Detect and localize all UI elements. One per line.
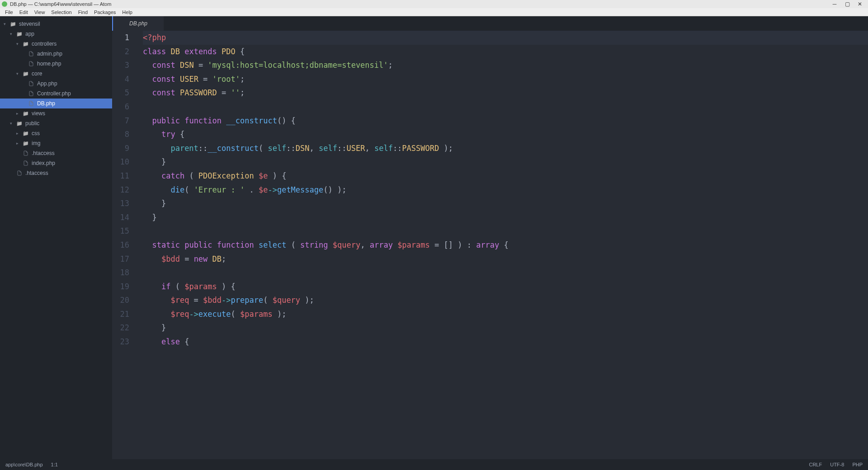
tree-toggle-icon[interactable]: ▾ [10, 121, 15, 126]
code-line[interactable]: else { [143, 335, 868, 349]
code-line[interactable] [143, 224, 868, 238]
tree-toggle-icon[interactable]: ▸ [16, 141, 22, 146]
status-cursor-pos[interactable]: 1:1 [51, 462, 58, 467]
code-line[interactable]: } [143, 197, 868, 211]
line-gutter: 1234567891011121314151617181920212223 [112, 31, 135, 459]
code-line[interactable]: parent::__construct( self::DSN, self::US… [143, 141, 868, 155]
file-icon [28, 61, 34, 67]
code-line[interactable]: } [143, 321, 868, 335]
tree-item-label: index.php [32, 160, 55, 166]
tree-item--htaccess[interactable]: .htaccess [0, 168, 112, 178]
file-icon [28, 51, 34, 57]
menu-help[interactable]: Help [119, 9, 136, 15]
status-filepath[interactable]: app\core\DB.php [5, 462, 43, 467]
tree-item-views[interactable]: ▸views [0, 108, 112, 118]
file-icon [28, 90, 34, 97]
file-icon [23, 150, 29, 156]
code-line[interactable] [143, 266, 868, 280]
code-line[interactable]: const PASSWORD = ''; [143, 86, 868, 100]
code-line[interactable]: } [143, 211, 868, 225]
line-number: 9 [112, 141, 129, 155]
line-number: 16 [112, 238, 129, 252]
menu-view[interactable]: View [31, 9, 48, 15]
tab-db-php[interactable]: DB.php [112, 16, 164, 31]
folder-icon [23, 140, 29, 146]
line-number: 1 [112, 31, 129, 45]
code-line[interactable]: <?php [143, 31, 868, 45]
code-line[interactable]: if ( $params ) { [143, 280, 868, 294]
main-area: ▾stevensil▾app▾controllersadmin.phphome.… [0, 16, 868, 459]
code-editor[interactable]: 1234567891011121314151617181920212223 <?… [112, 31, 868, 459]
line-number: 7 [112, 114, 129, 128]
tree-item-core[interactable]: ▾core [0, 69, 112, 79]
status-language[interactable]: PHP [852, 462, 863, 467]
tree-item-stevensil[interactable]: ▾stevensil [0, 19, 112, 29]
folder-icon [23, 110, 29, 117]
tree-item--htaccess[interactable]: .htaccess [0, 148, 112, 158]
code-line[interactable]: class DB extends PDO { [143, 45, 868, 59]
menu-find[interactable]: Find [75, 9, 91, 15]
window-title: DB.php — C:\wamp64\www\stevensil — Atom [10, 1, 828, 7]
status-bar: app\core\DB.php 1:1 CRLF UTF-8 PHP [0, 459, 868, 470]
code-line[interactable]: catch ( PDOException $e ) { [143, 169, 868, 183]
close-button[interactable]: ✕ [854, 1, 866, 7]
tree-item-label: .htaccess [25, 170, 48, 176]
tree-item-label: css [32, 130, 40, 136]
window-titlebar: DB.php — C:\wamp64\www\stevensil — Atom … [0, 0, 868, 8]
tree-item-controllers[interactable]: ▾controllers [0, 39, 112, 49]
code-line[interactable]: $req = $bdd->prepare( $query ); [143, 293, 868, 307]
folder-icon [23, 130, 29, 136]
line-number: 3 [112, 58, 129, 72]
tree-item-app[interactable]: ▾app [0, 29, 112, 39]
tree-toggle-icon[interactable]: ▾ [16, 71, 22, 76]
tree-item-admin-php[interactable]: admin.php [0, 49, 112, 59]
code-line[interactable]: static public function select ( string $… [143, 238, 868, 252]
tree-toggle-icon[interactable]: ▾ [4, 22, 9, 26]
tree-item-label: Controller.php [37, 90, 71, 97]
code-area[interactable]: <?phpclass DB extends PDO { const DSN = … [135, 31, 868, 459]
line-number: 19 [112, 280, 129, 294]
tree-toggle-icon[interactable]: ▸ [16, 111, 22, 116]
code-line[interactable]: $bdd = new DB; [143, 252, 868, 266]
tree-item-index-php[interactable]: index.php [0, 158, 112, 168]
tree-item-home-php[interactable]: home.php [0, 59, 112, 69]
menu-file[interactable]: File [2, 9, 16, 15]
line-number: 8 [112, 127, 129, 141]
code-line[interactable]: const USER = 'root'; [143, 72, 868, 86]
tree-item-Controller-php[interactable]: Controller.php [0, 89, 112, 99]
tree-item-DB-php[interactable]: DB.php [0, 99, 112, 108]
line-number: 11 [112, 169, 129, 183]
code-line[interactable]: $req->execute( $params ); [143, 307, 868, 321]
tree-toggle-icon[interactable]: ▸ [16, 131, 22, 136]
menu-selection[interactable]: Selection [48, 9, 75, 15]
code-line[interactable]: public function __construct() { [143, 114, 868, 128]
line-number: 6 [112, 100, 129, 114]
minimize-button[interactable]: ─ [828, 1, 841, 7]
code-line[interactable]: die( 'Erreur : ' . $e->getMessage() ); [143, 183, 868, 197]
code-line[interactable] [143, 100, 868, 114]
folder-icon [23, 41, 29, 47]
app-icon [2, 1, 7, 7]
menu-edit[interactable]: Edit [16, 9, 31, 15]
tree-item-img[interactable]: ▸img [0, 138, 112, 148]
tree-toggle-icon[interactable]: ▾ [16, 42, 22, 46]
tree-item-label: admin.php [37, 51, 62, 57]
status-encoding[interactable]: UTF-8 [830, 462, 844, 467]
code-line[interactable]: const DSN = 'mysql:host=localhost;dbname… [143, 58, 868, 72]
tree-item-App-php[interactable]: App.php [0, 79, 112, 89]
file-tree[interactable]: ▾stevensil▾app▾controllersadmin.phphome.… [0, 16, 112, 459]
code-line[interactable]: } [143, 155, 868, 169]
menu-packages[interactable]: Packages [91, 9, 119, 15]
tree-item-public[interactable]: ▾public [0, 118, 112, 128]
status-eol[interactable]: CRLF [809, 462, 822, 467]
tree-item-label: public [25, 120, 39, 127]
editor-pane: DB.php 123456789101112131415161718192021… [112, 16, 868, 459]
tab-bar: DB.php [112, 16, 868, 31]
maximize-button[interactable]: ▢ [841, 1, 854, 7]
folder-icon [16, 120, 23, 127]
code-line[interactable]: try { [143, 127, 868, 141]
tree-item-css[interactable]: ▸css [0, 128, 112, 138]
line-number: 18 [112, 266, 129, 280]
folder-icon [23, 70, 29, 77]
tree-toggle-icon[interactable]: ▾ [10, 32, 15, 36]
